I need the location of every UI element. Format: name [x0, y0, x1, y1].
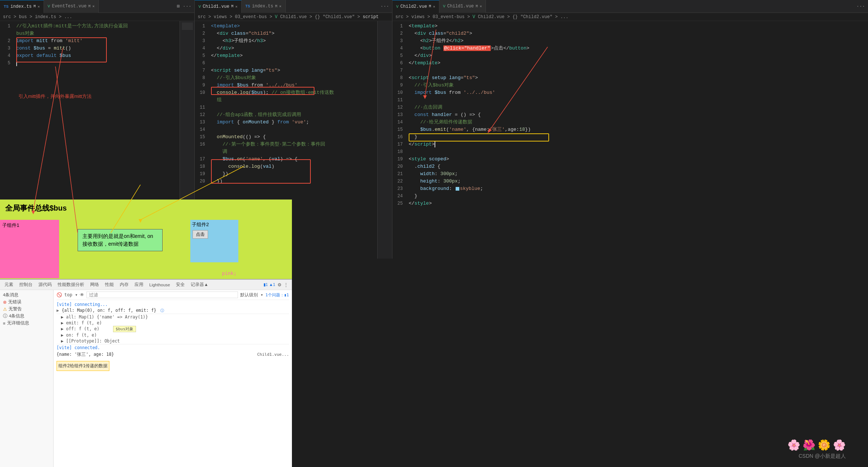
dt-tab-elements[interactable]: 元素 — [1, 280, 16, 289]
dt-more-icon[interactable]: ⋮ — [284, 282, 288, 287]
dt-tab-memory[interactable]: 内存 — [117, 280, 132, 289]
dt-sidebar-error[interactable]: ⊗ 无错误 — [0, 299, 53, 306]
eye-icon[interactable]: 👁 — [80, 292, 84, 297]
lnum-m16b — [195, 148, 210, 156]
tab-event-test-vue[interactable]: V EventTest.vue M ✕ — [44, 0, 99, 13]
rlcontent-15: $bus.emit('name', {name:'张三',age:18}) — [407, 126, 868, 133]
tab-child2-vue-right[interactable]: V Child2.vue M ✕ — [392, 0, 439, 13]
close-child2[interactable]: ✕ — [433, 4, 435, 9]
tab-label-child2: Child2.vue — [401, 4, 427, 9]
dt-sidebar-all[interactable]: 4条消息 — [0, 292, 53, 299]
rlnum-10: 10 — [392, 89, 407, 96]
dt-tab-console[interactable]: 控制台 — [16, 280, 35, 289]
code-content-3: const $bus = mitt() — [15, 45, 194, 52]
lnum-m17: 17 — [195, 156, 210, 163]
line-num-1b — [0, 30, 15, 37]
dt-sidebar-verbose[interactable]: ≡ 无详细信息 — [0, 320, 53, 327]
more-icon-right[interactable]: ··· — [857, 4, 865, 9]
close-index-mid[interactable]: ✕ — [279, 4, 282, 8]
right-tab-bar: V Child2.vue M ✕ V Child1.vue M ✕ ··· — [392, 0, 868, 13]
child2-preview-button[interactable]: 点击 — [193, 230, 208, 239]
vue-icon-child1-right: V — [443, 4, 446, 8]
mid-line-14: 14 — [195, 126, 392, 133]
dt-sidebar-info[interactable]: ⓘ 4条信息 — [0, 313, 53, 320]
rlnum-23: 23 — [392, 185, 407, 192]
modified-event: M — [88, 4, 91, 8]
close-child1-right[interactable]: ✕ — [480, 4, 482, 8]
mid-line-16: 16 //·第一个参数：事件类型·第二个参数：事件回 — [195, 141, 392, 148]
rlnum-6: 6 — [392, 59, 407, 67]
right-line-12: 12 //·点击回调 — [392, 104, 868, 111]
right-line-14: 14 //·给兄弟组件传递数据 — [392, 119, 868, 126]
rlnum-13: 13 — [392, 111, 407, 119]
lnum-m14: 14 — [195, 126, 210, 133]
tab-index-ts-mid[interactable]: TS index.ts M ✕ — [242, 0, 286, 13]
log-prototype: ▶ [[Prototype]]: Object — [57, 338, 289, 344]
line-num-1: 1 — [0, 23, 15, 30]
log-vite-connecting: [vite] connecting... — [57, 301, 289, 307]
lnum-m16: 16 — [195, 141, 210, 148]
left-annotation-text: 引入mitt插件，并向外暴露mitt方法 — [18, 93, 92, 100]
code-line-1b: bus对象 — [0, 30, 194, 37]
console-filter-input[interactable] — [86, 292, 238, 298]
dt-tab-lighthouse[interactable]: Lighthouse — [146, 281, 173, 289]
split-editor-icon[interactable]: ⊞ — [177, 3, 180, 9]
devtools-sidebar: 4条消息 ⊗ 无错误 ⚠ 无警告 ⓘ 4条信息 ≡ 无详细信息 — [0, 290, 54, 467]
filter-icon[interactable]: 🚫 — [57, 292, 62, 297]
dt-tab-performance[interactable]: 性能 — [102, 280, 117, 289]
rlcontent-7 — [407, 67, 868, 74]
dt-tab-security[interactable]: 安全 — [173, 280, 188, 289]
dt-tab-app[interactable]: 应用 — [132, 280, 146, 289]
dt-sidebar-warn[interactable]: ⚠ 无警告 — [0, 306, 53, 313]
lnum-m8: 8 — [195, 74, 210, 82]
lcontent-m5: </template> — [210, 52, 392, 59]
dt-tab-perf-analysis[interactable]: 性能数据分析 — [55, 280, 87, 289]
dt-tab-recorder[interactable]: 记录器▲ — [188, 280, 211, 289]
log-all: ▶ all: Map(1) {'name' => Array(1)} — [57, 314, 289, 320]
right-line-11: 11 — [392, 96, 868, 104]
lnum-m18: 18 — [195, 163, 210, 170]
code-content-4: export default $bus — [15, 52, 194, 59]
close-icon-left[interactable]: ✕ — [38, 4, 40, 9]
rlnum-7: 7 — [392, 67, 407, 74]
close-child1-mid[interactable]: ✕ — [235, 4, 238, 9]
lcontent-m3: <h3>子组件1</h3> — [210, 37, 392, 45]
rlcontent-23: background: skyblue; — [407, 185, 868, 192]
lcontent-m9: import $bus from '../../bus' — [210, 82, 392, 89]
right-line-24: 24 } — [392, 192, 868, 200]
right-line-21: 21 width: 300px; — [392, 170, 868, 178]
more-icon-mid[interactable]: ··· — [381, 4, 389, 9]
rlcontent-2: <div class="child2"> — [407, 30, 868, 37]
tab-index-ts-left[interactable]: TS index.ts M ✕ — [0, 0, 44, 13]
rlnum-9: 9 — [392, 82, 407, 89]
lcontent-m12: //·组合api函数，组件挂载完成后调用 — [210, 111, 392, 119]
error-icon: ⊗ — [3, 300, 7, 305]
rlnum-12: 12 — [392, 104, 407, 111]
close-event[interactable]: ✕ — [92, 4, 95, 8]
mid-line-1: 1 <template> — [195, 23, 392, 30]
lcontent-m1: <template> — [210, 23, 392, 30]
dt-tab-sources[interactable]: 源代码 — [35, 280, 55, 289]
rlnum-21: 21 — [392, 170, 407, 178]
dt-tab-network[interactable]: 网络 — [87, 280, 102, 289]
lnum-m3: 3 — [195, 37, 210, 45]
tab-label-child1-mid: Child1.vue — [203, 4, 229, 9]
tab-child1-vue-right[interactable]: V Child1.vue M ✕ — [439, 0, 486, 13]
breadcrumb-text-mid: src > views > 03_event-bus > V Child1.vu… — [198, 14, 379, 20]
more-icon-left[interactable]: ··· — [183, 4, 191, 9]
dt-settings-icon[interactable]: ⚙ — [278, 282, 282, 287]
mid-line-13: 13 import { onMounted } from 'vue'; — [195, 119, 392, 126]
modified-child1-mid: M — [231, 4, 234, 8]
rlnum-2: 2 — [392, 30, 407, 37]
flower-emoji-3: 🌼 — [818, 439, 831, 451]
lcontent-m20: }) — [210, 178, 392, 185]
modified-indicator-left: M — [34, 4, 36, 8]
rlcontent-22: height: 300px; — [407, 178, 868, 185]
lcontent-m13: import { onMounted } from 'vue'; — [210, 119, 392, 126]
top-dropdown-label[interactable]: top ▾ — [64, 292, 78, 297]
tab-child1-vue-mid[interactable]: V Child1.vue M ✕ — [195, 0, 242, 13]
mid-line-18: 18 console.log(val) — [195, 163, 392, 170]
rlcontent-4: <button @click="handler">点击</button> — [407, 45, 868, 52]
vue-icon-child2: V — [396, 4, 399, 9]
code-content-5 — [15, 59, 194, 67]
